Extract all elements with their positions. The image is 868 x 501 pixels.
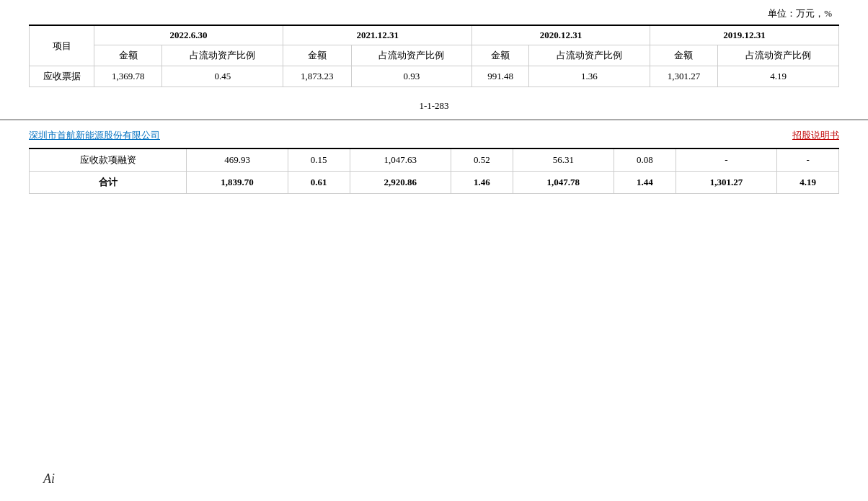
cell-value: 1,047.78	[513, 172, 614, 194]
table-row: 合计1,839.700.612,920.861.461,047.781.441,…	[30, 172, 839, 194]
ai-label: Ai	[43, 471, 55, 487]
col-header-date-3: 2020.12.31	[472, 25, 650, 45]
sub-col-8: 占流动资产比例	[718, 45, 839, 66]
sub-col-2: 占流动资产比例	[162, 45, 283, 66]
row-label: 合计	[30, 172, 187, 194]
cell-value: 1.46	[451, 172, 513, 194]
cell-value: 0.93	[351, 66, 472, 87]
unit-label: 单位：万元，%	[29, 7, 839, 20]
cell-value: 469.93	[187, 148, 288, 172]
col-header-date-1: 2022.6.30	[94, 25, 283, 45]
sub-col-1: 金额	[94, 45, 162, 66]
cell-value: 1,047.63	[350, 148, 451, 172]
main-table: 项目 2022.6.30 2021.12.31 2020.12.31 2019.…	[29, 25, 839, 87]
row-label: 应收款项融资	[30, 148, 187, 172]
cell-value: 0.52	[451, 148, 513, 172]
col-header-item: 项目	[30, 25, 94, 66]
col-header-date-2: 2021.12.31	[283, 25, 472, 45]
cell-value: 1.44	[614, 172, 676, 194]
row-label: 应收票据	[30, 66, 94, 87]
cell-value: 2,920.86	[350, 172, 451, 194]
cell-value: 0.08	[614, 148, 676, 172]
sub-col-4: 占流动资产比例	[351, 45, 472, 66]
prospectus-label: 招股说明书	[792, 129, 839, 142]
cell-value: 0.15	[288, 148, 350, 172]
cell-value: 4.19	[777, 172, 839, 194]
sub-col-3: 金额	[283, 45, 351, 66]
top-section: 单位：万元，% 项目 2022.6.30 2021.12.31 2020.12.…	[0, 0, 868, 87]
cell-value: 4.19	[718, 66, 839, 87]
bottom-table: 应收款项融资469.930.151,047.630.5256.310.08--合…	[29, 148, 839, 194]
bottom-header: 深圳市首航新能源股份有限公司 招股说明书	[29, 129, 839, 142]
cell-value: 0.45	[162, 66, 283, 87]
cell-value: -	[676, 148, 776, 172]
bottom-section: 深圳市首航新能源股份有限公司 招股说明书 应收款项融资469.930.151,0…	[0, 120, 868, 194]
cell-value: 1.36	[528, 66, 650, 87]
cell-value: 991.48	[472, 66, 529, 87]
company-name: 深圳市首航新能源股份有限公司	[29, 129, 160, 142]
sub-col-7: 金额	[650, 45, 717, 66]
cell-value: 1,301.27	[650, 66, 717, 87]
page-wrapper: 单位：万元，% 项目 2022.6.30 2021.12.31 2020.12.…	[0, 0, 868, 501]
table-row: 应收款项融资469.930.151,047.630.5256.310.08--	[30, 148, 839, 172]
col-header-date-4: 2019.12.31	[650, 25, 838, 45]
cell-value: 1,301.27	[676, 172, 776, 194]
cell-value: -	[777, 148, 839, 172]
table-row: 应收票据1,369.780.451,873.230.93991.481.361,…	[30, 66, 839, 87]
cell-value: 1,873.23	[283, 66, 351, 87]
cell-value: 0.61	[288, 172, 350, 194]
cell-value: 56.31	[513, 148, 614, 172]
page-number: 1-1-283	[0, 87, 868, 119]
bottom-table-body: 应收款项融资469.930.151,047.630.5256.310.08--合…	[30, 148, 839, 194]
cell-value: 1,839.70	[187, 172, 288, 194]
sub-col-6: 占流动资产比例	[528, 45, 650, 66]
sub-col-5: 金额	[472, 45, 529, 66]
cell-value: 1,369.78	[94, 66, 162, 87]
top-table-body: 应收票据1,369.780.451,873.230.93991.481.361,…	[30, 66, 839, 87]
